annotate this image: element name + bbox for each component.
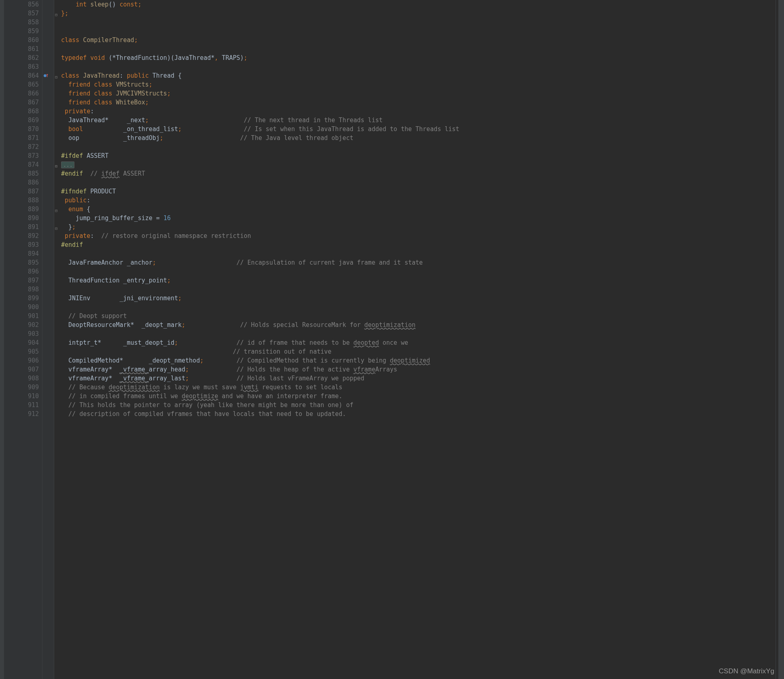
code-line[interactable]: friend class JVMCIVMStructs; [61,89,784,98]
code-line[interactable]: class CompilerThread; [61,36,784,45]
vertical-scrollbar[interactable] [778,0,784,679]
line-number: 865 [4,80,39,89]
code-line[interactable]: friend class WhiteBox; [61,98,784,107]
code-line[interactable] [61,285,784,294]
code-line[interactable] [61,27,784,36]
line-number: 870 [4,125,39,134]
line-number: 860 [4,36,39,45]
code-line[interactable]: public: [61,196,784,205]
line-number: 891 [4,223,39,231]
line-number: 872 [4,142,39,151]
line-number: 897 [4,276,39,285]
code-line[interactable] [61,249,784,258]
line-number: 908 [4,374,39,383]
code-line[interactable] [61,45,784,53]
code-line[interactable]: vframeArray* _vframe_array_last; // Hold… [61,374,784,383]
code-line[interactable]: class JavaThread: public Thread { [61,71,784,80]
line-number: 858 [4,18,39,27]
right-border [776,0,776,679]
code-line[interactable]: // transition out of native [61,347,784,356]
line-number: 903 [4,329,39,338]
code-line[interactable]: DeoptResourceMark* _deopt_mark; // Holds… [61,320,784,329]
folded-region[interactable]: ... [61,161,74,168]
code-line[interactable]: JNIEnv _jni_environment; [61,294,784,303]
code-line[interactable] [61,303,784,312]
line-number: 887 [4,187,39,196]
code-line[interactable]: // in compiled frames until we deoptimiz… [61,392,784,401]
line-number: 886 [4,178,39,187]
code-line[interactable] [61,18,784,27]
code-line[interactable]: #endif // ifdef ASSERT [61,169,784,178]
line-number: 900 [4,303,39,312]
line-number: 888 [4,196,39,205]
line-number: 907 [4,365,39,374]
code-line[interactable]: int sleep() const; [61,0,784,9]
line-number: 866 [4,89,39,98]
code-line[interactable]: private: // restore original namespace r… [61,231,784,240]
line-number: 861 [4,45,39,53]
code-line[interactable]: jump_ring_buffer_size = 16 [61,214,784,223]
code-line[interactable] [61,178,784,187]
code-line[interactable]: // Deopt support [61,312,784,320]
line-number: 899 [4,294,39,303]
line-number: 862 [4,53,39,62]
line-number: 859 [4,27,39,36]
code-line[interactable] [61,142,784,151]
line-number: 911 [4,401,39,410]
code-line[interactable]: typedef void (*ThreadFunction)(JavaThrea… [61,53,784,62]
code-line[interactable]: // Because deoptimization is lazy we mus… [61,383,784,392]
svg-point-0 [44,74,47,77]
code-line[interactable]: enum { [61,205,784,214]
line-number: 874 [4,160,39,169]
code-line[interactable]: ThreadFunction _entry_point; [61,276,784,285]
code-line[interactable]: #endif [61,240,784,249]
line-number: 892 [4,231,39,240]
code-line[interactable]: }; [61,223,784,231]
line-number: 909 [4,383,39,392]
line-number: 868 [4,107,39,116]
code-line[interactable]: JavaThread* _next; // The next thread in… [61,116,784,125]
code-line[interactable] [61,62,784,71]
line-number: 895 [4,258,39,267]
code-line[interactable]: ... [61,160,784,169]
code-line[interactable]: oop _threadObj; // The Java level thread… [61,134,784,142]
code-line[interactable]: }; [61,9,784,18]
code-line[interactable]: // description of compiled vframes that … [61,410,784,418]
line-number: 889 [4,205,39,214]
line-number: 902 [4,320,39,329]
line-number: 863 [4,62,39,71]
line-number: 864 [4,71,39,80]
code-line[interactable] [61,329,784,338]
override-icon[interactable] [43,73,49,79]
code-line[interactable]: bool _on_thread_list; // Is set when thi… [61,125,784,134]
line-number: 857 [4,9,39,18]
line-number: 894 [4,249,39,258]
line-number: 905 [4,347,39,356]
line-number: 898 [4,285,39,294]
line-number: 871 [4,134,39,142]
code-line[interactable]: private: [61,107,784,116]
code-line[interactable]: #ifndef PRODUCT [61,187,784,196]
line-number: 910 [4,392,39,401]
code-area[interactable]: int sleep() const;};class CompilerThread… [59,0,784,679]
code-line[interactable]: CompiledMethod* _deopt_nmethod; // Compi… [61,356,784,365]
line-number: 906 [4,356,39,365]
line-number: 890 [4,214,39,223]
line-number: 867 [4,98,39,107]
code-line[interactable]: #ifdef ASSERT [61,151,784,160]
marker-column [42,0,54,679]
watermark: CSDN @MatrixYg [719,667,774,676]
code-line[interactable]: vframeArray* _vframe_array_head; // Hold… [61,365,784,374]
fold-column[interactable]: ⊟⊟⊞⊟⊟ [54,0,59,679]
line-number: 869 [4,116,39,125]
line-number: 904 [4,338,39,347]
line-number: 912 [4,410,39,418]
code-line[interactable]: // This holds the pointer to array (yeah… [61,401,784,410]
code-line[interactable]: intptr_t* _must_deopt_id; // id of frame… [61,338,784,347]
code-line[interactable]: friend class VMStructs; [61,80,784,89]
line-number: 893 [4,240,39,249]
code-editor[interactable]: 8568578588598608618628638648658668678688… [0,0,784,679]
code-line[interactable] [61,267,784,276]
code-line[interactable]: JavaFrameAnchor _anchor; // Encapsulatio… [61,258,784,267]
line-number: 885 [4,169,39,178]
